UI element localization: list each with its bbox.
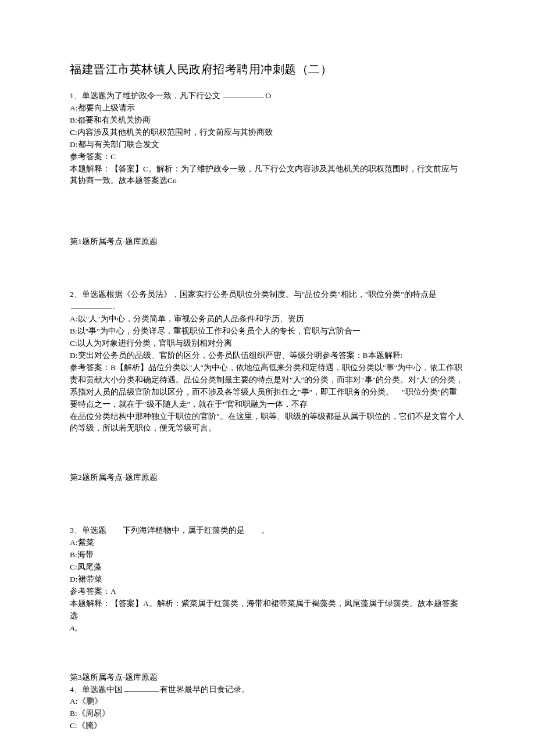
q2-meta: 第2题所属考点-题库原题 <box>70 472 465 484</box>
q3-option-d: D:裙带菜 <box>70 574 465 586</box>
q1-stem-b: O <box>265 91 271 100</box>
q1-explanation: 本题解释：【答案】C。解析：为了维护政令一致，凡下行公文内容涉及其他机关的职权范… <box>70 163 465 188</box>
page-title: 福建晋江市英林镇人民政府招考聘用冲刺题（二） <box>70 62 465 77</box>
q2-option-c: C:以人为对象进行分类，官职与级别相对分离 <box>70 338 465 350</box>
q2-explanation-2: 在品位分类结构中那种独立于职位的官阶"。在这里，职等、职级的等级都是从属于职位的… <box>70 411 465 435</box>
q3-option-a: A:紫菜 <box>70 537 465 549</box>
q2-option-d: D:突出对公务员的品级、官阶的区分，公务员队伍组织严密、等级分明参考答案：B本题… <box>70 350 465 362</box>
q1-option-a: A:都要向上级请示 <box>70 102 465 114</box>
question-3: 3、单选题 下列海洋植物中，属于红藻类的是 。 A:紫菜 B:海带 C:凤尾藻 … <box>70 525 465 634</box>
q4-stem-b: 有世界最早的日食记录。 <box>160 685 249 694</box>
q4-stem-a: 4、单选题中国 <box>70 685 123 694</box>
q3-answer: 参考答案：A <box>70 586 465 598</box>
q1-option-c: C:内容涉及其他机关的职权范围时，行文前应与其协商致 <box>70 127 465 139</box>
q4-option-a: A:《鹏》 <box>70 696 465 708</box>
q3-explanation: 本题解释：【答案】A。解析：紫菜属于红藻类，海带和裙带菜属于褐藻类，凤尾藻属于绿… <box>70 598 465 622</box>
q3-explanation-tail: A。 <box>70 622 465 635</box>
question-1: 1、单选题为了维护政令一致，凡下行公文 O A:都要向上级请示 B:都要和有关机… <box>70 90 465 187</box>
q1-meta: 第1题所属考点-题库原题 <box>70 236 465 248</box>
blank-fill <box>124 684 159 691</box>
q3-meta: 第3题所属考点-题库原题 <box>70 672 465 684</box>
q1-stem-a: 1、单选题为了维护政令一致，凡下行公文 <box>70 91 222 100</box>
question-4: 第3题所属考点-题库原题 4、单选题中国有世界最早的日食记录。 A:《鹏》 B:… <box>70 672 465 733</box>
q1-answer: 参考答案：C <box>70 151 465 163</box>
q3-option-b: B:海带 <box>70 549 465 561</box>
q2-option-b: B:以"事"为中心，分类详尽，重视职位工作和公务员个人的专长，官职与宫阶合一 <box>70 325 465 338</box>
q4-option-b: B:《周易》 <box>70 708 465 720</box>
q3-stem: 3、单选题 下列海洋植物中，属于红藻类的是 。 <box>70 525 465 537</box>
q1-option-d: D:都与有关部门联合发文 <box>70 139 465 151</box>
q2-stem: 2、单选题根据《公务员法》，国家实行公务员职位分类制度。与"品位分类"相比，"职… <box>70 289 465 301</box>
blank-fill <box>71 302 112 309</box>
q4-option-c: C:《腌》 <box>70 720 465 732</box>
q3-option-c: C:凤尾藻 <box>70 561 465 574</box>
question-2: 2、单选题根据《公务员法》，国家实行公务员职位分类制度。与"品位分类"相比，"职… <box>70 289 465 435</box>
q2-explanation-1: 参考答案：B【解析】品位分类以"人"为中心，依地位高低来分类和定待遇，职位分类以… <box>70 362 465 411</box>
q2-option-a: A:以"人"为中心，分类简单，审视公务员的人品条件和学历、资历 <box>70 313 465 325</box>
blank-fill <box>223 91 264 98</box>
q1-option-b: B:都要和有关机关协商 <box>70 114 465 127</box>
